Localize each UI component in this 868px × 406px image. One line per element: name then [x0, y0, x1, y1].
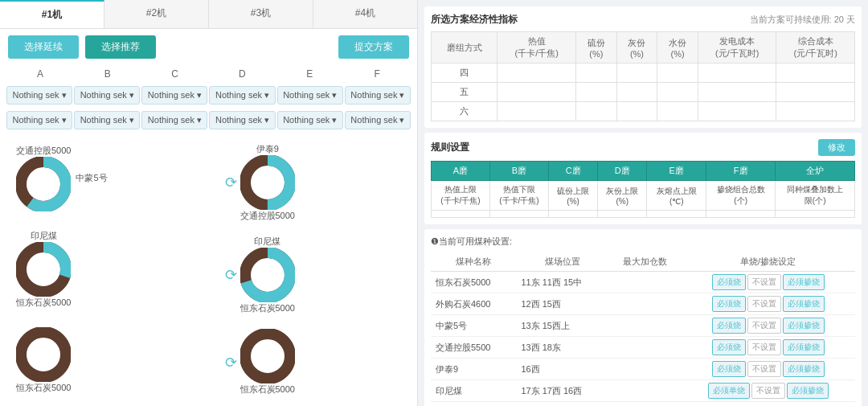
col-b: B [74, 68, 141, 80]
eco-th-mode: 磨组方式 [432, 32, 497, 64]
avail-tag-4-1[interactable]: 不设置 [747, 361, 781, 377]
eco-cell-mode-4: 四 [432, 64, 497, 83]
mill-b-label: B [39, 348, 47, 361]
avail-row-0: 恒东石炭500011东 11西 15中必须烧不设置必须掺烧 [431, 272, 855, 293]
submit-button[interactable]: 提交方案 [338, 35, 409, 59]
tab-machine-2[interactable]: #2机 [104, 0, 209, 28]
mill-c-label: C [264, 269, 272, 281]
avail-row-5: 印尼煤17东 17西 16西必须单烧不设置必须掺烧 [431, 380, 855, 402]
mill-a-group: 交通控股5000 A 中蒙5号 [16, 145, 108, 211]
mill-f-bottom-label: 恒东石炭5000 [16, 297, 71, 309]
eco-th-sulfur: 硫份(%) [576, 32, 617, 64]
avail-row-2: 中蒙5号13东 15西上必须烧不设置必须掺烧 [431, 315, 855, 337]
action-bar: 选择延续 选择推荐 提交方案 [0, 29, 417, 65]
rules-sub-blend-count: 掺烧组合总数(个) [706, 181, 776, 211]
coal-select-0-0[interactable]: Nothing sek ▾ [6, 86, 72, 105]
rules-sub-same-coal: 同种煤叠加数上限(个) [776, 181, 855, 211]
avail-tag-1-0[interactable]: 必须烧 [712, 296, 746, 312]
coal-select-1-2[interactable]: Nothing sek ▾ [141, 111, 207, 129]
coal-select-0-5[interactable]: Nothing sek ▾ [345, 86, 411, 105]
col-f: F [343, 68, 411, 80]
coal-select-0-3[interactable]: Nothing sek ▾ [209, 86, 275, 105]
avail-coal-tags-0: 必须烧不设置必须掺烧 [681, 272, 855, 293]
avail-tag-4-0[interactable]: 必须烧 [712, 361, 746, 377]
rules-th-e: E磨 [647, 162, 706, 181]
avail-tag-0-2[interactable]: 必须掺烧 [783, 274, 825, 290]
mill-f-group: 印尼煤 F 恒东石炭5000 [16, 230, 71, 309]
avail-tag-2-1[interactable]: 不设置 [747, 318, 781, 334]
eco-cell-mode-5: 五 [432, 83, 497, 102]
avail-coal-location-3: 13西 18东 [516, 337, 609, 359]
recommend-button[interactable]: 选择推荐 [85, 35, 156, 59]
tab-machine-3[interactable]: #3机 [209, 0, 313, 28]
avail-tag-3-1[interactable]: 不设置 [747, 339, 781, 355]
avail-row-3: 交通控股550013西 18东必须烧不设置必须掺烧 [431, 337, 855, 359]
rules-th-b: B磨 [490, 162, 549, 181]
avail-coal-tags-3: 必须烧不设置必须掺烧 [681, 337, 855, 359]
mill-f-label: F [40, 263, 47, 276]
refresh-ad-icon[interactable]: ⟳ [225, 174, 237, 191]
avail-tag-3-2[interactable]: 必须掺烧 [783, 339, 825, 355]
refresh-be-icon[interactable]: ⟳ [225, 354, 237, 371]
mill-b-bottom-label: 恒东石炭5000 [16, 382, 71, 394]
eco-subtitle: 当前方案可持续使用: 20 天 [750, 14, 855, 26]
avail-tag-1-1[interactable]: 不设置 [747, 296, 781, 312]
coal-select-1-3[interactable]: Nothing sek ▾ [209, 111, 275, 129]
eco-th-total-cost: 综合成本(元/千瓦时) [776, 32, 855, 64]
avail-coal-name-2: 中蒙5号 [431, 315, 516, 337]
avail-coal-location-4: 16西 [516, 359, 609, 380]
avail-tag-3-0[interactable]: 必须烧 [712, 339, 746, 355]
avail-tag-5-2[interactable]: 必须掺烧 [787, 383, 829, 399]
avail-tag-5-1[interactable]: 不设置 [751, 383, 785, 399]
avail-tag-2-2[interactable]: 必须掺烧 [783, 318, 825, 334]
rules-th-c: C磨 [549, 162, 598, 181]
coal-select-1-0[interactable]: Nothing sek ▾ [6, 111, 72, 129]
mill-c-top-label: 印尼煤 [254, 236, 280, 248]
coal-select-0-1[interactable]: Nothing sek ▾ [74, 86, 140, 105]
avail-tag-0-0[interactable]: 必须烧 [712, 274, 746, 290]
modify-button[interactable]: 修改 [818, 139, 855, 156]
eco-cell-mode-6: 六 [432, 102, 497, 121]
rules-data-row [432, 211, 855, 218]
tab-machine-4[interactable]: #4机 [313, 0, 417, 28]
mills-area: 交通控股5000 A 中蒙5号 [0, 133, 417, 406]
col-a: A [6, 68, 74, 80]
rules-th-d: D磨 [598, 162, 647, 181]
extend-button[interactable]: 选择延续 [8, 35, 79, 59]
rules-th-f: F磨 [706, 162, 776, 181]
mill-d-label: D [264, 176, 272, 189]
rules-sub-ash-melt: 灰熔点上限(℃) [647, 181, 706, 211]
avail-tag-0-1[interactable]: 不设置 [747, 274, 781, 290]
avail-coal-tags-5: 必须单烧不设置必须掺烧 [681, 380, 855, 402]
eco-row-5: 五 [432, 83, 855, 102]
avail-tag-4-2[interactable]: 必须掺烧 [783, 361, 825, 377]
coal-select-1-5[interactable]: Nothing sek ▾ [345, 111, 411, 129]
tab-machine-1[interactable]: #1机 [0, 0, 104, 28]
avail-coal-name-4: 伊泰9 [431, 359, 516, 380]
mill-a-right-label: 中蒙5号 [76, 172, 107, 184]
mill-e-group: ⟳ E 恒东石炭5000 [225, 329, 295, 396]
mill-f-top-label: 印尼煤 [31, 230, 57, 242]
avail-tag-5-0[interactable]: 必须单烧 [708, 383, 750, 399]
avail-coal-tags-1: 必须烧不设置必须掺烧 [681, 293, 855, 315]
mill-d-top-label: 伊泰9 [256, 143, 279, 155]
avail-table: 煤种名称 煤场位置 最大加仓数 单烧/掺烧设定 恒东石炭500011东 11西 … [431, 252, 855, 402]
avail-coal-max-3 [610, 337, 682, 359]
eco-title: 所选方案经济性指标 [431, 13, 518, 27]
coal-select-0-2[interactable]: Nothing sek ▾ [141, 86, 207, 105]
coal-select-1-4[interactable]: Nothing sek ▾ [277, 111, 343, 129]
avail-tag-2-0[interactable]: 必须烧 [712, 318, 746, 334]
coal-select-0-4[interactable]: Nothing sek ▾ [277, 86, 343, 105]
avail-tag-1-2[interactable]: 必须掺烧 [783, 296, 825, 312]
coal-select-1-1[interactable]: Nothing sek ▾ [74, 111, 140, 129]
mill-c-group: ⟳ 印尼煤 C 恒东石炭5000 [225, 236, 295, 314]
avail-row-1: 外购石炭460012西 15西必须烧不设置必须掺烧 [431, 293, 855, 315]
rules-th-a: A磨 [432, 162, 490, 181]
refresh-fc-icon[interactable]: ⟳ [225, 266, 237, 284]
avail-coal-max-2 [610, 315, 682, 337]
eco-header: 所选方案经济性指标 当前方案可持续使用: 20 天 [431, 13, 855, 27]
avail-coal-location-1: 12西 15西 [516, 293, 609, 315]
eco-row-6: 六 [432, 102, 855, 121]
eco-th-power-cost: 发电成本(元/千瓦时) [698, 32, 776, 64]
machine-tabs: #1机 #2机 #3机 #4机 [0, 0, 417, 29]
